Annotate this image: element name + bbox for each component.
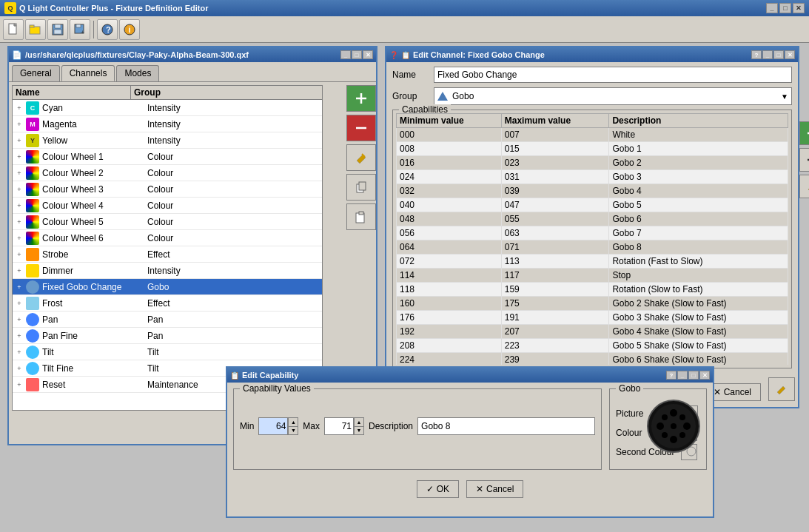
min-spin-down[interactable]: ▼ — [288, 427, 298, 435]
cap-table-row[interactable]: 224 239 Gobo 6 Shake (Slow to Fast) — [397, 353, 788, 366]
help-button[interactable]: ? — [97, 19, 118, 40]
edit-cap-help[interactable]: ? — [666, 371, 677, 380]
close-button[interactable]: ✕ — [793, 3, 805, 13]
group-select[interactable]: Gobo ▼ — [434, 87, 792, 105]
copy-channel-button[interactable] — [346, 174, 376, 201]
edit-ch-help[interactable]: ? — [751, 50, 762, 59]
app-title: Q Light Controller Plus - Fixture Defini… — [19, 4, 208, 13]
desc-input[interactable] — [417, 417, 595, 435]
table-row[interactable]: + C Cyan Intensity — [13, 100, 322, 116]
row-icon-frost — [26, 297, 39, 310]
cap-table-row[interactable]: 008 015 Gobo 1 — [397, 142, 788, 156]
cap-table-row[interactable]: 160 175 Gobo 2 Shake (Slow to Fast) — [397, 297, 788, 311]
row-name: Colour Wheel 5 — [41, 215, 144, 229]
row-group: Effect — [144, 297, 322, 310]
table-row[interactable]: + Colour Wheel 6 Colour — [13, 230, 322, 246]
max-spin-down[interactable]: ▼ — [354, 427, 363, 435]
max-input[interactable] — [324, 417, 354, 435]
cap-table-row[interactable]: 114 117 Stop — [397, 269, 788, 283]
cap-table-row[interactable]: 192 207 Gobo 4 Shake (Slow to Fast) — [397, 325, 788, 339]
cap-table-row[interactable]: 000 007 White — [397, 128, 788, 142]
row-name: Magenta — [41, 118, 144, 131]
save-button[interactable] — [47, 19, 68, 40]
saveas-button[interactable]: + — [70, 19, 90, 40]
row-name: Colour Wheel 2 — [41, 166, 144, 180]
maximize-button[interactable]: □ — [779, 3, 791, 13]
tab-channels[interactable]: Channels — [61, 65, 115, 81]
edit-cap-button[interactable] — [799, 175, 809, 198]
edit-cap-close[interactable]: ✕ — [699, 371, 710, 380]
file-win-minimize[interactable]: _ — [340, 50, 351, 59]
min-input[interactable] — [258, 417, 288, 435]
add-channel-button[interactable] — [346, 85, 376, 112]
table-row[interactable]: + Colour Wheel 3 Colour — [13, 181, 322, 198]
table-row[interactable]: + Colour Wheel 2 Colour — [13, 165, 322, 181]
table-row[interactable]: + Dimmer Intensity — [13, 263, 322, 279]
edit-cap-minimize[interactable]: _ — [677, 371, 688, 380]
app-icon: Q — [4, 2, 16, 14]
edit-ch-close[interactable]: ✕ — [785, 50, 795, 59]
desc-label: Description — [369, 421, 413, 431]
row-icon-strobe — [26, 248, 39, 261]
cap-max: 175 — [501, 297, 609, 311]
cap-table-row[interactable]: 072 113 Rotation (Fast to Slow) — [397, 255, 788, 269]
cap-table-row[interactable]: 016 023 Gobo 2 — [397, 156, 788, 170]
name-input[interactable] — [434, 67, 792, 83]
cap-table-row[interactable]: 032 039 Gobo 4 — [397, 184, 788, 198]
edit-channel-button[interactable] — [346, 144, 376, 171]
tab-general[interactable]: General — [12, 65, 60, 81]
edit-ch-minimize[interactable]: _ — [762, 50, 773, 59]
cap-max: 031 — [501, 170, 609, 184]
cap-table-row[interactable]: 024 031 Gobo 3 — [397, 170, 788, 184]
row-group: Colour — [144, 199, 322, 212]
minimize-button[interactable]: _ — [766, 3, 778, 13]
cap-max: 063 — [501, 226, 609, 240]
edit-cap-maximize[interactable]: □ — [688, 371, 699, 380]
cap-table-row[interactable]: 176 191 Gobo 3 Shake (Slow to Fast) — [397, 311, 788, 325]
table-row[interactable]: + Y Yellow Intensity — [13, 132, 322, 149]
table-row[interactable]: + Colour Wheel 5 Colour — [13, 214, 322, 230]
name-label: Name — [392, 70, 429, 80]
cap-max: 223 — [501, 339, 609, 353]
new-button[interactable] — [3, 19, 24, 40]
remove-cap-button[interactable] — [799, 148, 809, 172]
add-cap-button[interactable] — [799, 121, 809, 145]
table-row[interactable]: + M Magenta Intensity — [13, 116, 322, 132]
open-button[interactable] — [25, 19, 46, 40]
cancel-cap-button[interactable]: ✕ Cancel — [466, 480, 523, 498]
table-row[interactable]: + Tilt Tilt — [13, 344, 322, 360]
cap-values-label: Capability Values — [240, 383, 314, 394]
cap-min: 192 — [397, 325, 502, 339]
select-arrow-icon[interactable]: ▼ — [781, 92, 788, 101]
table-row[interactable]: + Pan Pan — [13, 312, 322, 328]
table-row[interactable]: + Frost Effect — [13, 295, 322, 312]
paste-channel-button[interactable] — [346, 203, 376, 230]
row-name: Colour Wheel 1 — [41, 150, 144, 164]
cap-table-row[interactable]: 064 071 Gobo 8 — [397, 240, 788, 255]
cap-table-row[interactable]: 056 063 Gobo 7 — [397, 226, 788, 240]
max-spin-up[interactable]: ▲ — [354, 418, 363, 427]
table-row[interactable]: + Colour Wheel 1 Colour — [13, 149, 322, 165]
row-name: Dimmer — [41, 264, 144, 277]
table-row[interactable]: + Fixed Gobo Change Gobo — [13, 279, 322, 295]
remove-channel-button[interactable] — [346, 115, 376, 141]
edit-cap-side-button[interactable] — [768, 377, 795, 401]
min-spin-up[interactable]: ▲ — [288, 418, 298, 427]
cap-header-min: Minimum value — [397, 114, 502, 128]
cap-table-row[interactable]: 048 055 Gobo 6 — [397, 212, 788, 226]
table-row[interactable]: + Colour Wheel 4 Colour — [13, 198, 322, 214]
cap-desc: Gobo 7 — [609, 226, 788, 240]
row-name: Pan — [41, 313, 144, 326]
file-window-controls: _ □ ✕ — [340, 50, 373, 59]
cap-table-row[interactable]: 208 223 Gobo 5 Shake (Slow to Fast) — [397, 339, 788, 353]
edit-ch-maximize[interactable]: □ — [773, 50, 784, 59]
file-win-maximize[interactable]: □ — [352, 50, 362, 59]
cap-table-row[interactable]: 118 159 Rotation (Slow to Fast) — [397, 283, 788, 297]
table-row[interactable]: + Strobe Effect — [13, 246, 322, 263]
tab-modes[interactable]: Modes — [116, 65, 159, 81]
table-row[interactable]: + Pan Fine Pan — [13, 328, 322, 344]
ok-button[interactable]: ✓ OK — [417, 480, 459, 498]
cap-table-row[interactable]: 040 047 Gobo 5 — [397, 198, 788, 212]
file-win-close[interactable]: ✕ — [363, 50, 373, 59]
about-button[interactable]: i — [119, 19, 140, 40]
